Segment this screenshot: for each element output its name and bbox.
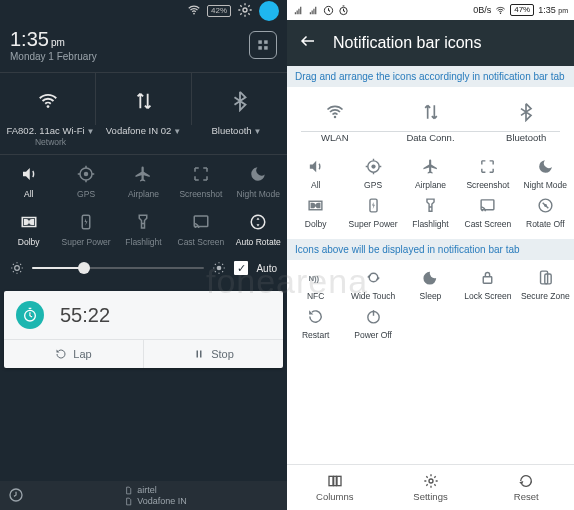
tile-volume[interactable]: All [0,155,57,203]
sim1-row: airtel [124,485,187,495]
time-date-row: 1:35pm Monday 1 February [0,22,287,68]
tile-securezone[interactable]: Secure Zone [517,266,574,301]
tile-lock[interactable]: Lock Screen [459,266,516,301]
tile-label: Cast Screen [174,237,227,247]
dolby-icon [287,194,344,216]
tile-cast[interactable]: Cast Screen [459,194,516,229]
airplane-icon [402,155,459,177]
qs-tiles-row1: AllGPSAirplaneScreenshotNight Mode [0,155,287,203]
brightness-slider[interactable] [32,267,204,269]
back-icon[interactable] [299,32,317,54]
tile-sleep[interactable]: Sleep [402,266,459,301]
cast-icon [459,194,516,216]
flashlight-icon [117,211,170,233]
night-icon [232,163,285,185]
info-band-2: Icons above will be displayed in notific… [287,239,574,260]
tile-label: Screenshot [459,180,516,190]
profile-avatar[interactable] [259,1,279,21]
stopwatch-time: 55:22 [60,304,110,327]
tile-label: Night Mode [517,180,574,190]
auto-brightness-label: Auto [256,263,277,274]
tile-screenshot[interactable]: Screenshot [459,155,516,190]
tile-flashlight[interactable]: Flashlight [115,203,172,251]
tile-label: Power Off [344,330,401,340]
timer-icon [338,5,349,16]
page-header: Notification bar icons [287,20,574,66]
tile-superpower[interactable]: Super Power [57,203,114,251]
recent-icon[interactable] [8,487,24,505]
brightness-high-icon [212,261,226,275]
tile-label: GPS [344,180,401,190]
qs-bluetooth-toggle[interactable] [192,73,287,125]
superpower-icon [344,194,401,216]
dolby-icon [2,211,55,233]
tile-rotateoff[interactable]: Rotate Off [517,194,574,229]
gear-icon[interactable] [237,2,253,20]
tile-airplane[interactable]: Airplane [115,155,172,203]
tile-label: Auto Rotate [232,237,285,247]
tile-poweroff[interactable]: Power Off [344,305,401,340]
tile-bluetooth[interactable] [478,95,574,129]
qs-tiles-row2: DolbySuper PowerFlashlightCast ScreenAut… [0,203,287,251]
tile-flashlight[interactable]: Flashlight [402,194,459,229]
stop-button[interactable]: Stop [144,340,283,368]
qs-wifi-toggle[interactable] [0,73,96,125]
qs-data-label[interactable]: Vodafone IN 02▼ [97,125,190,148]
reset-button[interactable]: Reset [478,465,574,510]
tile-autorotate[interactable]: Auto Rotate [230,203,287,251]
tile-dataconn[interactable] [383,95,479,129]
top3-icons [287,87,574,131]
tile-widetouch[interactable]: Wide Touch [344,266,401,301]
tile-wlan[interactable] [287,95,383,129]
screenshot-icon [459,155,516,177]
grid-button[interactable] [249,31,277,59]
qs-data-toggle[interactable] [96,73,192,125]
tile-gps[interactable]: GPS [57,155,114,203]
label-bluetooth: Bluetooth [478,132,574,143]
grid-below: NFCWide TouchSleepLock ScreenSecure Zone… [287,260,574,350]
tile-label: Super Power [344,219,401,229]
tile-cast[interactable]: Cast Screen [172,203,229,251]
sleep-icon [402,266,459,288]
tile-night[interactable]: Night Mode [230,155,287,203]
qs-wifi-label[interactable]: FA802. 11ac Wi-Fi▼Network [4,125,97,148]
tile-restart[interactable]: Restart [287,305,344,340]
qs-bluetooth-label[interactable]: Bluetooth▼ [190,125,283,148]
tile-label: Rotate Off [517,219,574,229]
screenshot-icon [174,163,227,185]
tile-label: Secure Zone [517,291,574,301]
widetouch-icon [344,266,401,288]
quick-settings-panel: 42% 1:35pm Monday 1 February FA802. 11ac… [0,0,287,510]
left-footer: airtel Vodafone IN [0,481,287,510]
tile-screenshot[interactable]: Screenshot [172,155,229,203]
auto-brightness-checkbox[interactable]: ✓ [234,261,248,275]
tile-nfc[interactable]: NFC [287,266,344,301]
tile-label: Screenshot [174,189,227,199]
tile-label: Flashlight [117,237,170,247]
tile-superpower[interactable]: Super Power [344,194,401,229]
wifi-icon [495,5,506,16]
stopwatch-notification[interactable]: 55:22 Lap Stop [4,291,283,368]
tile-label: Airplane [402,180,459,190]
tile-volume[interactable]: All [287,155,344,190]
columns-button[interactable]: Columns [287,465,383,510]
tile-dolby[interactable]: Dolby [287,194,344,229]
securezone-icon [517,266,574,288]
volume-icon [287,155,344,177]
status-clock: 1:35 pm [538,5,568,15]
tile-airplane[interactable]: Airplane [402,155,459,190]
lap-button[interactable]: Lap [4,340,144,368]
tile-gps[interactable]: GPS [344,155,401,190]
tile-dolby[interactable]: Dolby [0,203,57,251]
tile-label: Flashlight [402,219,459,229]
tile-label: Airplane [117,189,170,199]
signal-icon [293,5,304,16]
brightness-low-icon [10,261,24,275]
battery-indicator: 47% [510,4,534,16]
tile-night[interactable]: Night Mode [517,155,574,190]
qs-top-row [0,73,287,125]
timer-icon [16,301,44,329]
settings-button[interactable]: Settings [383,465,479,510]
volume-icon [2,163,55,185]
tile-label: Cast Screen [459,219,516,229]
